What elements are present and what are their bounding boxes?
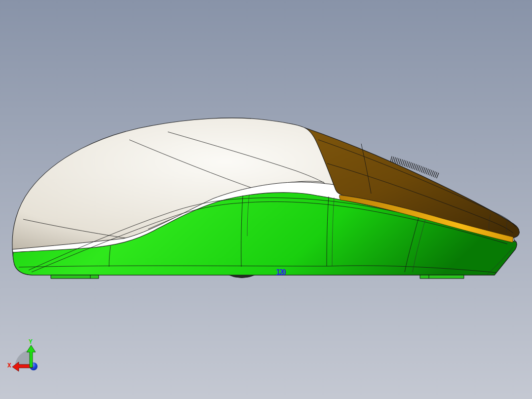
y-axis-label: Y: [29, 338, 33, 345]
rear-foot[interactable]: [51, 275, 99, 279]
viewport-canvas[interactable]: 120 X Y: [0, 0, 532, 399]
cad-viewport[interactable]: 120 X Y: [0, 0, 532, 399]
dimension-label: 120: [276, 268, 286, 277]
x-axis-label: X: [7, 361, 11, 369]
front-foot[interactable]: [420, 275, 464, 279]
